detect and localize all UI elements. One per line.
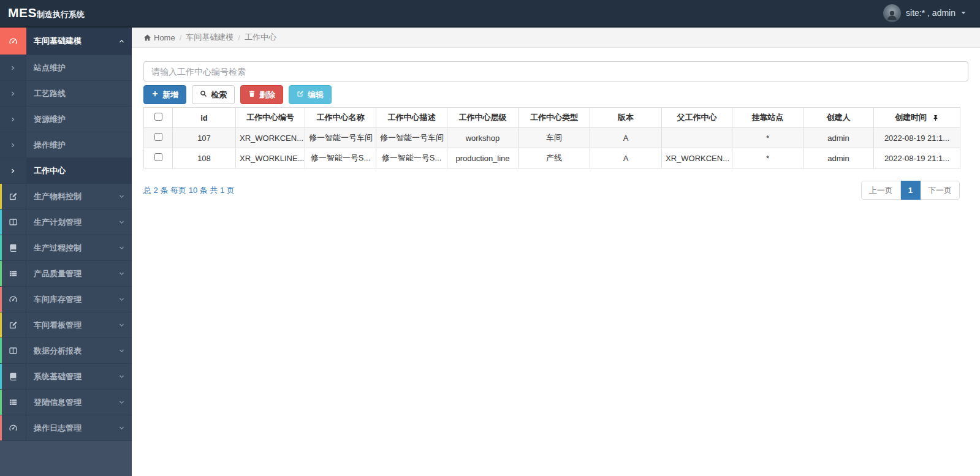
sidebar-subitem-工作中心[interactable]: 工作中心 [0,158,132,184]
column-header-挂靠站点[interactable]: 挂靠站点 [732,108,803,128]
table-cell: 修一智能一号S... [376,148,447,168]
sidebar-item-生产过程控制[interactable]: 生产过程控制 [0,235,132,261]
sidebar-subitem-资源维护[interactable]: 资源维护 [0,107,132,132]
sidebar-subitem-站点维护[interactable]: 站点维护 [0,55,132,81]
app-logo: MES制造执行系统 [0,6,132,20]
table-row[interactable]: 107XR_WORKCEN...修一智能一号车间修一智能一号车间workshop… [144,128,960,148]
table-cell [662,128,732,148]
sidebar-subitem-label: 操作维护 [26,132,132,157]
sidebar-subitem-label: 站点维护 [26,55,132,80]
breadcrumb-home-label: Home [154,33,175,42]
chevron-down-icon [111,312,132,338]
sidebar-item-label: 操作日志管理 [26,415,111,440]
sidebar-item-操作日志管理[interactable]: 操作日志管理 [0,415,132,441]
user-menu[interactable]: site:* , admin [883,4,980,22]
table-row[interactable]: 108XR_WORKLINE...修一智能一号S...修一智能一号S...pro… [144,148,960,168]
column-header-工作中心名称[interactable]: 工作中心名称 [305,108,376,128]
breadcrumb-home[interactable]: Home [143,33,175,42]
row-checkbox[interactable] [154,133,162,141]
color-strip [0,184,2,209]
search-input[interactable] [143,61,968,81]
search-button[interactable]: 检索 [192,85,235,104]
chevron-down-icon [111,235,132,260]
brand-suffix-text: 制造执行系统 [37,9,85,20]
add-button-label: 新增 [162,89,178,100]
row-select-cell [144,128,173,148]
row-select-cell [144,148,173,168]
edit-button-label: 编辑 [308,89,324,100]
sidebar-subitem-label: 工作中心 [26,158,132,183]
sidebar-item-label: 登陆信息管理 [26,390,111,415]
columns-icon [9,346,18,355]
color-strip [0,312,2,338]
workcenter-table: id工作中心编号工作中心名称工作中心描述工作中心层级工作中心类型版本父工作中心挂… [143,107,960,168]
list-icon [9,269,18,278]
delete-button-label: 删除 [259,89,275,100]
edit-icon [9,320,18,330]
chevron-right-icon [0,55,26,80]
column-header-创建人[interactable]: 创建人 [803,108,874,128]
pin-icon[interactable] [932,115,939,121]
chevron-right-icon [0,132,26,157]
table-cell: 2022-08-19 21:1... [874,148,960,168]
chevron-down-icon [111,415,132,440]
table-cell: XR_WORKCEN... [662,148,732,168]
list-icon [0,261,26,286]
delete-button[interactable]: 删除 [240,85,283,104]
sidebar-item-登陆信息管理[interactable]: 登陆信息管理 [0,390,132,415]
page-1-button[interactable]: 1 [901,181,921,200]
gauge-icon [0,28,26,55]
column-header-工作中心类型[interactable]: 工作中心类型 [518,108,590,128]
table-cell: XR_WORKCEN... [236,128,305,148]
color-strip [0,287,2,312]
column-header-工作中心描述[interactable]: 工作中心描述 [376,108,447,128]
table-cell: 107 [173,128,236,148]
book-icon [0,235,26,260]
row-checkbox[interactable] [154,153,162,161]
column-header-id[interactable]: id [173,108,236,128]
sidebar-item-生产物料控制[interactable]: 生产物料控制 [0,184,132,210]
add-button[interactable]: 新增 [143,85,186,104]
select-all-checkbox[interactable] [154,113,162,121]
column-header-工作中心层级[interactable]: 工作中心层级 [447,108,518,128]
chevron-down-icon [111,338,132,363]
next-page-button[interactable]: 下一页 [921,181,960,200]
breadcrumb-item-module[interactable]: 车间基础建模 [186,32,234,43]
edit-button[interactable]: 编辑 [289,85,332,104]
sidebar-item-label: 数据分析报表 [26,338,111,363]
sidebar-item-车间看板管理[interactable]: 车间看板管理 [0,312,132,338]
sidebar-item-生产计划管理[interactable]: 生产计划管理 [0,210,132,235]
table-cell: 修一智能一号车间 [305,128,376,148]
edit-icon [0,184,26,209]
book-icon [9,372,18,381]
column-header-版本[interactable]: 版本 [590,108,662,128]
chevron-down-icon [111,261,132,286]
sidebar-item-数据分析报表[interactable]: 数据分析报表 [0,338,132,364]
prev-page-button[interactable]: 上一页 [861,181,901,200]
sidebar-item-系统基础管理[interactable]: 系统基础管理 [0,364,132,390]
sidebar-item-label: 生产计划管理 [26,210,111,235]
sidebar-subitem-操作维护[interactable]: 操作维护 [0,132,132,158]
column-header-工作中心编号[interactable]: 工作中心编号 [236,108,305,128]
breadcrumb-item-current: 工作中心 [245,32,276,43]
sidebar-group-label: 车间基础建模 [26,28,111,55]
table-cell: A [590,148,662,168]
gauge-icon [9,37,18,46]
user-name-label: site:* , admin [906,8,955,18]
color-strip [0,338,2,363]
sidebar-item-产品质量管理[interactable]: 产品质量管理 [0,261,132,287]
select-all-header-cell [144,108,173,128]
breadcrumb-separator: / [180,33,182,42]
table-cell: 108 [173,148,236,168]
sidebar-group-workshop-modeling[interactable]: 车间基础建模 [0,28,132,55]
sidebar-item-车间库存管理[interactable]: 车间库存管理 [0,287,132,312]
table-cell: * [732,128,803,148]
column-header-父工作中心[interactable]: 父工作中心 [662,108,732,128]
table-cell: 车间 [518,128,590,148]
pager: 上一页 1 下一页 [861,181,960,200]
chevron-up-icon [111,28,132,55]
table-cell: A [590,128,662,148]
column-header-创建时间[interactable]: 创建时间 [874,108,960,128]
sidebar-subitem-label: 资源维护 [26,107,132,132]
sidebar-subitem-工艺路线[interactable]: 工艺路线 [0,81,132,107]
